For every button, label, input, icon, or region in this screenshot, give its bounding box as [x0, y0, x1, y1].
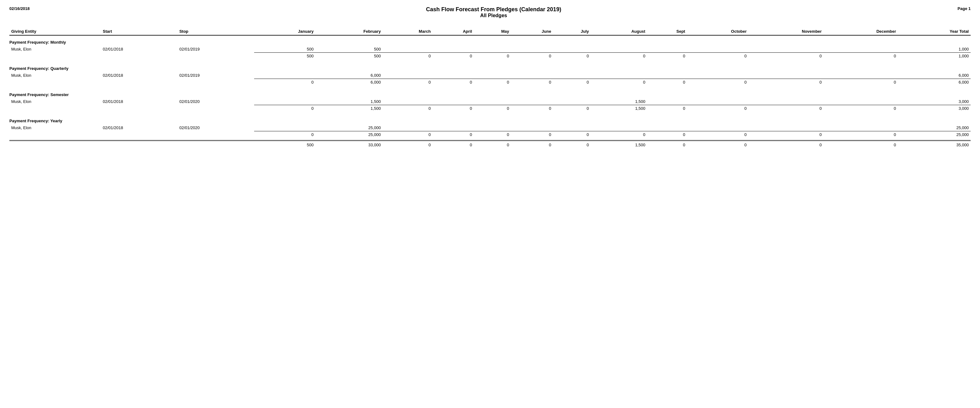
section-header-0: Payment Frequency: Monthly — [10, 35, 970, 46]
page-header: 02/16/2018 Cash Flow Forecast From Pledg… — [10, 6, 970, 18]
subtotal-row-3: 025,000000000000025,000 — [10, 131, 970, 138]
page-number: Page 1 — [958, 6, 970, 11]
col-january: January — [254, 28, 316, 35]
col-may: May — [474, 28, 511, 35]
section-header-2: Payment Frequency: Semester — [10, 88, 970, 98]
subtotal-row-2: 01,500000001,50000003,000 — [10, 105, 970, 112]
report-subtitle: All Pledges — [426, 13, 562, 18]
subtotal-row-0: 50050000000000001,000 — [10, 53, 970, 60]
col-giving-entity: Giving Entity — [10, 28, 101, 35]
col-october: October — [687, 28, 749, 35]
report-title: Cash Flow Forecast From Pledges (Calenda… — [426, 6, 562, 13]
col-march: March — [383, 28, 433, 35]
data-row-s1-r0: Musk, Elon02/01/201802/01/20196,0006,000 — [10, 72, 970, 79]
section-header-3: Payment Frequency: Yearly — [10, 114, 970, 124]
grand-total-row: 50033,000000001,500000035,000 — [10, 141, 970, 148]
col-july: July — [553, 28, 591, 35]
data-row-s2-r0: Musk, Elon02/01/201802/01/20201,5001,500… — [10, 98, 970, 105]
title-block: Cash Flow Forecast From Pledges (Calenda… — [426, 6, 562, 18]
col-june: June — [511, 28, 553, 35]
col-stop: Stop — [177, 28, 254, 35]
data-row-s3-r0: Musk, Elon02/01/201802/01/202025,00025,0… — [10, 124, 970, 131]
subtotal-row-1: 06,00000000000006,000 — [10, 79, 970, 86]
col-sept: Sept — [647, 28, 687, 35]
col-august: August — [591, 28, 647, 35]
section-header-1: Payment Frequency: Quarterly — [10, 62, 970, 72]
col-april: April — [433, 28, 474, 35]
data-row-s0-r0: Musk, Elon02/01/201802/01/20195005001,00… — [10, 46, 970, 53]
report-date: 02/16/2018 — [10, 6, 30, 11]
report-table: Giving Entity Start Stop January Februar… — [10, 28, 970, 148]
col-year-total: Year Total — [898, 28, 970, 35]
col-start: Start — [101, 28, 177, 35]
column-headers: Giving Entity Start Stop January Februar… — [10, 28, 970, 35]
col-december: December — [824, 28, 898, 35]
col-november: November — [748, 28, 823, 35]
col-february: February — [315, 28, 382, 35]
